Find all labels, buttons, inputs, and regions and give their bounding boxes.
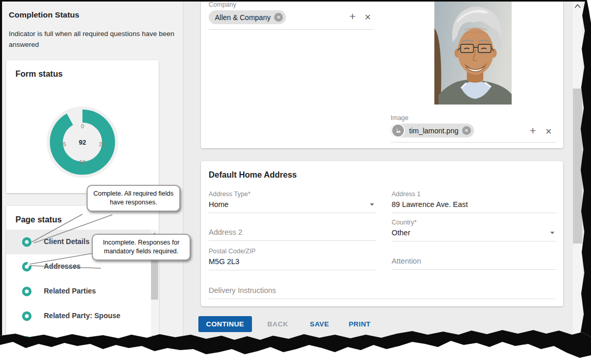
client-details-card: Company Allen & Company ✕ + ✕ [201, 0, 563, 148]
company-label: Company [209, 1, 237, 8]
country-label: Country* [392, 219, 556, 226]
status-indicator-icon [22, 237, 32, 247]
status-indicator-icon [22, 336, 32, 346]
status-indicator-icon [22, 262, 32, 272]
postal-code-field[interactable]: Postal Code/ZIP M5G 2L3 [209, 248, 376, 270]
address1-label: Address 1 [392, 190, 556, 198]
postal-code-label: Postal Code/ZIP [209, 248, 376, 255]
page-status-title: Page status [15, 215, 62, 224]
save-button[interactable]: SAVE [301, 316, 337, 332]
gauge-tick-25: 25 [99, 142, 105, 147]
address-type-value: Home [209, 200, 376, 209]
gauge-value: 92 [79, 139, 86, 146]
page-status-item-label: Related Party: Accountant Don... [44, 336, 151, 353]
address-type-field[interactable]: Address Type* Home [209, 190, 376, 213]
page-status-item-related-parties[interactable]: Related Parties [6, 279, 151, 304]
page-status-item-label: Related Parties [44, 287, 96, 295]
page-status-item-spouse[interactable]: Related Party: Spouse [6, 304, 151, 328]
scroll-down-icon[interactable] [152, 335, 157, 339]
chip-remove-icon[interactable]: ✕ [274, 13, 283, 22]
page-status-item-accountant[interactable]: Related Party: Accountant Don... [6, 328, 151, 353]
clear-icon[interactable]: ✕ [545, 127, 552, 136]
page-status-item-label: Addresses [44, 262, 81, 270]
callout-incomplete: Incomplete. Responses for mandatory fiel… [92, 234, 191, 261]
delivery-instructions-field[interactable]: Delivery Instructions [209, 286, 555, 299]
address1-field[interactable]: Address 1 89 Lawrence Ave. East [392, 190, 556, 213]
country-value: Other [392, 229, 556, 237]
form-action-buttons: CONTINUE BACK SAVE PRINT [198, 316, 379, 332]
attention-placeholder: Attention [392, 257, 556, 265]
default-home-address-card: Default Home Address Address Type* Home … [201, 161, 563, 306]
screenshot-border-top [0, 0, 587, 2]
callout-complete: Complete. All required fields have respo… [87, 185, 180, 212]
postal-code-value: M5G 2L3 [209, 257, 376, 266]
company-chip[interactable]: Allen & Company ✕ [209, 10, 286, 24]
page-status-item-label: Client Details [44, 237, 90, 246]
print-button[interactable]: PRINT [341, 316, 379, 332]
page-scrollbar[interactable] [573, 2, 582, 336]
status-indicator-icon [22, 286, 32, 297]
form-status-title: Form status [15, 70, 63, 79]
add-icon[interactable]: + [349, 10, 356, 23]
country-field[interactable]: Country* Other [392, 219, 556, 241]
company-chip-label: Allen & Company [215, 13, 271, 22]
address-type-label: Address Type* [209, 190, 376, 198]
gauge-tick-0: 0 [81, 124, 84, 129]
address1-value: 89 Lawrence Ave. East [392, 200, 556, 209]
scrollbar-thumb[interactable] [573, 89, 582, 244]
company-field[interactable]: Allen & Company ✕ [209, 10, 374, 30]
completion-status-sidebar: Completion Status Indicator is full when… [2, 2, 183, 341]
image-thumbnail-icon [391, 124, 405, 137]
scroll-up-icon[interactable] [575, 4, 581, 8]
add-icon[interactable]: + [530, 125, 536, 137]
screenshot-border-left [0, 0, 2, 340]
sidebar-title: Completion Status [9, 10, 79, 20]
completion-status-screen: Completion Status Indicator is full when… [0, 0, 591, 364]
form-status-card: Form status 0 25 50 75 92 [6, 60, 159, 193]
delivery-instructions-placeholder: Delivery Instructions [209, 286, 555, 294]
chip-remove-icon[interactable]: ✕ [462, 126, 471, 135]
completion-gauge-chart: 0 25 50 75 92 [44, 103, 121, 181]
status-indicator-icon [22, 311, 32, 321]
address2-field[interactable]: Address 2 [209, 228, 376, 241]
gauge-tick-50: 50 [79, 160, 86, 165]
portrait-photo [434, 2, 512, 105]
page-status-item-label: Related Party: Spouse [44, 311, 121, 320]
image-chip-label: tim_lamont.png [409, 127, 459, 135]
clear-icon[interactable]: ✕ [364, 12, 371, 22]
gauge-tick-75: 75 [60, 142, 66, 147]
back-button[interactable]: BACK [259, 316, 297, 332]
dropdown-caret-icon[interactable] [550, 232, 554, 234]
continue-button[interactable]: CONTINUE [198, 316, 252, 332]
page-status-card: Page status Client Details Addresses Rel… [6, 206, 159, 343]
image-chip[interactable]: tim_lamont.png ✕ [391, 124, 474, 137]
attention-field[interactable]: Attention [392, 257, 556, 270]
dropdown-caret-icon[interactable] [370, 203, 374, 206]
address2-placeholder: Address 2 [209, 228, 376, 236]
image-label: Image [391, 114, 409, 122]
address-section-title: Default Home Address [209, 170, 297, 180]
sidebar-description: Indicator is full when all required ques… [9, 28, 175, 50]
